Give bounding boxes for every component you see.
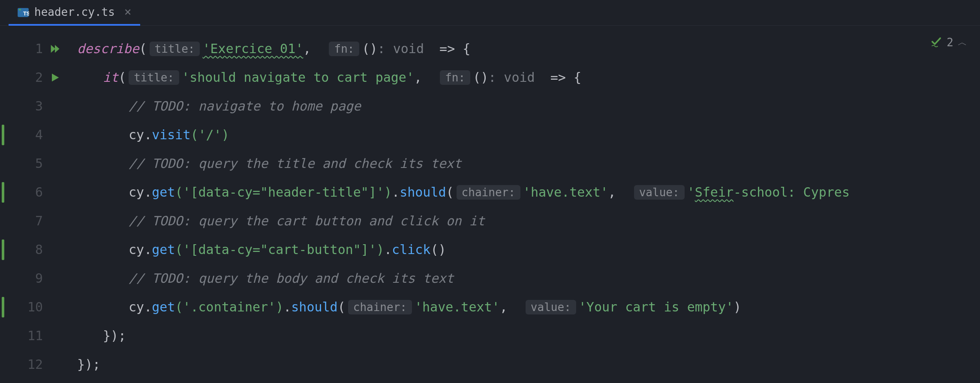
token-comment: // TODO: query the cart button and click…	[129, 213, 485, 228]
gutter-row[interactable]: 9	[0, 264, 69, 293]
code-line[interactable]: cy.get('[data-cy="header-title"]').shoul…	[77, 178, 980, 206]
line-number: 11	[26, 328, 43, 343]
token: ,	[414, 70, 422, 85]
token-string: '	[687, 185, 695, 200]
line-number: 5	[26, 156, 43, 171]
line-number: 7	[26, 213, 43, 228]
token: });	[77, 357, 100, 372]
token-string: 'Your cart is empty'	[579, 299, 733, 314]
inlay-hint-value: value:	[526, 300, 576, 314]
gutter-spacer	[49, 330, 61, 342]
gutter-row[interactable]: 3	[0, 92, 69, 120]
gutter-row[interactable]: 7	[0, 206, 69, 235]
vcs-change-marker[interactable]	[2, 125, 4, 145]
token: => {	[424, 41, 470, 56]
token-string: 'have.text'	[523, 185, 608, 200]
vcs-change-marker[interactable]	[2, 297, 4, 317]
token: ()	[473, 70, 488, 85]
line-number: 12	[26, 357, 43, 372]
token: .	[144, 242, 152, 257]
code-line[interactable]: cy.visit('/')	[77, 120, 980, 149]
token-string-typo: Sfeir	[695, 185, 733, 200]
token-method: click	[392, 242, 430, 257]
code-line[interactable]: // TODO: navigate to home page	[77, 92, 980, 120]
gutter-row[interactable]: 8	[0, 235, 69, 264]
token-comment: // TODO: query the body and check its te…	[129, 271, 454, 286]
token: ,	[303, 41, 311, 56]
gutter-spacer	[49, 359, 61, 371]
token-string: 'have.text'	[415, 299, 500, 314]
inlay-return-type: : void	[378, 41, 424, 56]
inlay-hint-chainer: chainer:	[457, 185, 520, 200]
vcs-change-marker[interactable]	[2, 239, 4, 260]
close-icon[interactable]: ×	[124, 5, 132, 19]
inlay-return-type: : void	[488, 70, 535, 85]
code-line[interactable]: // TODO: query the body and check its te…	[77, 264, 980, 293]
code-line[interactable]: it(title:'should navigate to cart page',…	[77, 63, 980, 92]
token: .	[384, 242, 392, 257]
gutter-row[interactable]: 5	[0, 149, 69, 178]
inlay-hint-title: title:	[150, 42, 200, 56]
token-string: 'Exercice 01'	[202, 41, 303, 56]
token: .	[144, 127, 152, 142]
code-line[interactable]: // TODO: query the title and check its t…	[77, 149, 980, 178]
line-number: 6	[26, 185, 43, 200]
token-comment: // TODO: navigate to home page	[129, 99, 361, 114]
inlay-hint-value: value:	[634, 185, 685, 200]
gutter-row[interactable]: 10	[0, 293, 69, 321]
run-icon[interactable]	[49, 72, 61, 84]
editor-area: 1 2 3 4 5 6 7	[0, 26, 980, 383]
token-string: ('[data-cy="header-title"]')	[175, 185, 392, 200]
run-all-icon[interactable]	[49, 43, 61, 55]
code-line[interactable]: cy.get('[data-cy="cart-button"]').click(…	[77, 235, 980, 264]
code-line[interactable]: });	[77, 321, 980, 350]
token-method: should	[400, 185, 446, 200]
vcs-change-marker[interactable]	[2, 182, 4, 203]
line-number: 4	[26, 127, 43, 142]
token-method: get	[152, 242, 175, 257]
token: => {	[535, 70, 581, 85]
code-line[interactable]: // TODO: query the cart button and click…	[77, 206, 980, 235]
token-comment: // TODO: query the title and check its t…	[129, 156, 462, 171]
line-number: 8	[26, 242, 43, 257]
gutter-row[interactable]: 12	[0, 350, 69, 379]
code-line[interactable]: describe(title:'Exercice 01', fn:(): voi…	[77, 34, 980, 63]
gutter: 1 2 3 4 5 6 7	[0, 26, 69, 383]
line-number: 9	[26, 271, 43, 286]
token: ,	[608, 185, 616, 200]
token: .	[283, 299, 291, 314]
gutter-row[interactable]: 11	[0, 321, 69, 350]
token: (	[446, 185, 454, 200]
inlay-hint-fn: fn:	[440, 70, 470, 85]
token: .	[144, 299, 152, 314]
token: });	[103, 328, 126, 343]
token: (	[118, 70, 126, 85]
gutter-spacer	[49, 301, 61, 313]
inlay-hint-title: title:	[129, 70, 179, 85]
line-number: 10	[26, 299, 43, 314]
gutter-row[interactable]: 1	[0, 34, 69, 63]
token: (	[338, 299, 346, 314]
code-line[interactable]: });	[77, 350, 980, 379]
token-string: ('[data-cy="cart-button"]')	[175, 242, 384, 257]
token-method: get	[152, 299, 175, 314]
gutter-row[interactable]: 2	[0, 63, 69, 92]
gutter-spacer	[49, 158, 61, 170]
line-number: 3	[26, 99, 43, 114]
token-string: ('/')	[191, 127, 229, 142]
code-editor[interactable]: 2 ︿ describe(title:'Exercice 01', fn:():…	[69, 26, 980, 383]
token-method: should	[291, 299, 337, 314]
tab-header-cy-ts[interactable]: TS header.cy.ts ×	[9, 0, 140, 26]
gutter-spacer	[49, 215, 61, 227]
token: ()	[430, 242, 446, 257]
gutter-row[interactable]: 4	[0, 120, 69, 149]
gutter-spacer	[49, 100, 61, 112]
token: ,	[500, 299, 508, 314]
code-line[interactable]: cy.get('.container').should(chainer:'hav…	[77, 293, 980, 321]
gutter-row[interactable]: 6	[0, 178, 69, 206]
token: .	[144, 185, 152, 200]
token: )	[733, 299, 741, 314]
gutter-spacer	[49, 186, 61, 198]
token: (	[139, 41, 147, 56]
token: cy	[129, 242, 144, 257]
